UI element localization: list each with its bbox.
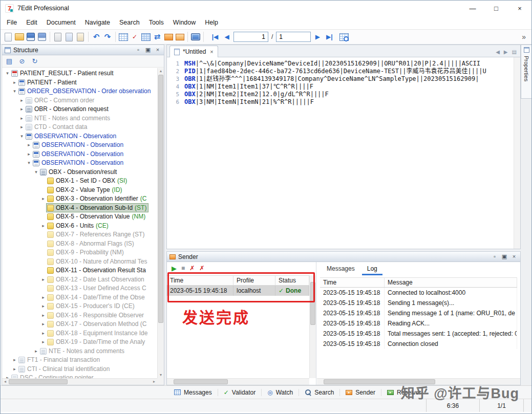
collapsed-arrow-icon[interactable]: ▸	[11, 78, 18, 88]
paste-icon[interactable]	[75, 32, 86, 42]
editor-line[interactable]: 6OBX|3|NM|ItemN|ItemN|21|%^R^R|||||F	[167, 98, 514, 106]
editor-vertical-scrollbar[interactable]	[514, 57, 520, 249]
tab-properties[interactable]: Properties	[521, 45, 532, 99]
column-header-profile[interactable]: Profile	[233, 276, 275, 285]
tab-close-icon[interactable]: ×	[210, 49, 213, 55]
collapsed-arrow-icon[interactable]: ▸	[18, 123, 25, 132]
menu-item-search[interactable]: Search	[115, 17, 144, 28]
next-tab-icon[interactable]: ▶	[504, 49, 508, 55]
expanded-arrow-icon[interactable]: ▾	[33, 168, 39, 177]
sender-panel-button[interactable]: ▸Sender	[341, 387, 380, 398]
tree-item[interactable]: ▸OBSERVATION - Observation	[2, 150, 157, 159]
scroll-down-arrow-icon[interactable]: ▾	[158, 372, 164, 378]
structure-float-icon[interactable]: ▫	[135, 47, 142, 53]
tree-item[interactable]: OBX-10 - Nature of Abnormal Tes	[2, 257, 157, 267]
tab-list-icon[interactable]: ▤	[512, 49, 517, 55]
log-row[interactable]: 2023-05-15 19:45:18Sending message 1 of …	[320, 308, 517, 318]
expanded-arrow-icon[interactable]: ▾	[18, 132, 25, 141]
tab-log[interactable]: Log	[362, 263, 382, 275]
maximize-button[interactable]: □	[484, 1, 508, 16]
collapsed-arrow-icon[interactable]: ▸	[26, 141, 32, 150]
scroll-thumb[interactable]	[158, 75, 163, 323]
column-header-time[interactable]: Time	[167, 276, 233, 285]
tree-item[interactable]: ▸OBX-3 - Observation Identifier (C	[2, 194, 157, 204]
send-play-icon[interactable]: ▶	[172, 265, 177, 272]
transform-message-icon[interactable]: ⇄	[152, 32, 162, 42]
tree-item[interactable]: ▸FT1 - Financial transaction	[2, 356, 157, 365]
next-message-button[interactable]: ▶	[312, 33, 323, 40]
tree-item[interactable]: ▸OBX-6 - Units (CE)	[2, 222, 157, 231]
clear-results-icon[interactable]: ✗	[189, 265, 195, 272]
menu-item-document[interactable]: Document	[42, 17, 80, 28]
editor-line[interactable]: 4OBX|1|NM|Item1|Item1|37|℃^R^R||||F	[167, 83, 514, 91]
log-row[interactable]: 2023-05-15 19:45:18Connected to localhos…	[320, 288, 517, 298]
menu-item-tools[interactable]: Tools	[144, 17, 168, 28]
structure-horizontal-scrollbar[interactable]: ◂ ▸	[2, 378, 157, 385]
save-document-icon[interactable]	[26, 32, 36, 42]
undo-icon[interactable]: ↶	[91, 32, 101, 42]
collapsed-arrow-icon[interactable]: ▸	[40, 194, 47, 204]
menu-item-file[interactable]: File	[2, 17, 22, 28]
previous-message-button[interactable]: ◀	[222, 33, 232, 40]
scroll-thumb[interactable]	[174, 379, 228, 384]
close-button[interactable]: ×	[508, 1, 531, 16]
tab-untitled[interactable]: *Untitled ×	[169, 46, 218, 57]
collapsed-arrow-icon[interactable]: ▸	[11, 356, 18, 365]
new-document-icon[interactable]	[3, 32, 13, 42]
scroll-thumb[interactable]	[310, 282, 315, 325]
structure-dock-icon[interactable]: ▣	[144, 47, 152, 53]
log-row[interactable]: 2023-05-15 19:45:18Total messages sent: …	[320, 329, 517, 339]
tree-item[interactable]: ▾OBX - Observation/result	[2, 168, 157, 177]
send-stop-icon[interactable]: ■	[181, 265, 185, 272]
tree-item[interactable]: ▸OBR - Observation request	[2, 105, 157, 114]
structure-close-icon[interactable]: ×	[154, 47, 161, 53]
sender-vertical-scrollbar[interactable]	[309, 275, 316, 378]
tree-item[interactable]: OBX-1 - Set ID - OBX (SI)	[2, 177, 157, 186]
open-document-icon[interactable]	[14, 32, 25, 42]
sender-table-row[interactable]: 2023-05-15 19:45:18localhost✓Done	[167, 286, 309, 296]
hide-empty-icon[interactable]: ⊘	[17, 57, 27, 66]
scroll-left-arrow-icon[interactable]: ◂	[2, 379, 8, 385]
tree-item[interactable]: ▸OBX-17 - Observation Method (C	[2, 320, 157, 329]
cut-icon[interactable]	[53, 32, 63, 42]
tree-item[interactable]: ▸NTE - Notes and comments	[2, 114, 157, 123]
sender-horizontal-scrollbar[interactable]	[167, 378, 309, 385]
toolbar-overflow-button[interactable]: »	[522, 33, 529, 41]
total-messages-input[interactable]	[276, 32, 311, 42]
log-row[interactable]: 2023-05-15 19:45:18Connection closed	[320, 339, 517, 349]
messages-panel-button[interactable]: Messages	[169, 387, 217, 398]
watch-panel-button[interactable]: ◎Watch	[263, 387, 297, 398]
menu-item-window[interactable]: Window	[168, 17, 200, 28]
collapsed-arrow-icon[interactable]: ▸	[40, 293, 47, 302]
structure-vertical-scrollbar[interactable]: ▴ ▾	[157, 68, 164, 378]
collapsed-arrow-icon[interactable]: ▸	[40, 329, 47, 338]
tree-item[interactable]: OBX-2 - Value Type (ID)	[2, 186, 157, 195]
scroll-thumb[interactable]	[9, 379, 68, 384]
segment-list-icon[interactable]: ▤	[5, 57, 14, 66]
collapsed-arrow-icon[interactable]: ▸	[18, 96, 25, 105]
tree-item[interactable]: ▸OBX-19 - Date/Time of the Analy	[2, 338, 157, 347]
last-message-button[interactable]: ▶|	[324, 33, 334, 40]
collapsed-arrow-icon[interactable]: ▸	[40, 275, 47, 285]
validator-panel-button[interactable]: ✓Validator	[219, 387, 261, 398]
collapsed-arrow-icon[interactable]: ▸	[40, 311, 47, 320]
save-copy-icon[interactable]	[37, 32, 47, 42]
refresh-icon[interactable]: ↻	[30, 57, 39, 66]
collapsed-arrow-icon[interactable]: ▸	[33, 347, 39, 356]
collapsed-arrow-icon[interactable]: ▸	[18, 114, 25, 123]
tree-item[interactable]: ▸NTE - Notes and comments	[2, 347, 157, 356]
menu-item-edit[interactable]: Edit	[22, 17, 42, 28]
sender-close-icon[interactable]: ×	[510, 253, 518, 260]
collapsed-arrow-icon[interactable]: ▸	[11, 365, 18, 374]
column-header-time[interactable]: Time	[320, 278, 385, 287]
tree-item[interactable]: ▾OBSERVATION - Observation	[2, 132, 157, 141]
editor-line[interactable]: 5OBX|2|NM|Item2|Item2|12.0|g/dL^R^R||||F	[167, 91, 514, 98]
tree-item[interactable]: OBX-11 - Observation Result Sta	[2, 266, 157, 275]
tree-item[interactable]: ▸OBX-18 - Equipment Instance Ide	[2, 329, 157, 338]
tree-item[interactable]: ▾ORDER_OBSERVATION - Order observation	[2, 87, 157, 96]
current-message-input[interactable]	[233, 32, 268, 42]
expanded-arrow-icon[interactable]: ▾	[26, 159, 32, 168]
log-row[interactable]: 2023-05-15 19:45:18Sending 1 message(s).…	[320, 298, 517, 308]
tree-item[interactable]: ▸PATIENT - Patient	[2, 78, 157, 88]
collapsed-arrow-icon[interactable]: ▸	[40, 338, 47, 347]
